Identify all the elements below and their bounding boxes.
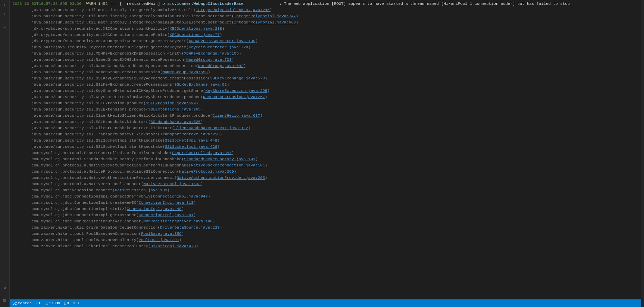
stack-line-28: com.mysql.cj.protocol.a.NativeAuthentica… xyxy=(10,175,641,181)
stack-line-12: java.base/sun.security.ssl.SSLKeyExchang… xyxy=(10,75,641,81)
stack-link-21[interactable]: TransportContext.java:258 xyxy=(160,132,220,136)
main-content: 2023-10-02T16:57:38.895-03:00 WARN 1452 … xyxy=(10,0,641,307)
stack-line-1: java.base/sun.security.util.math.intpoly… xyxy=(10,7,641,13)
items-number: 0 xyxy=(77,301,79,305)
git-branch-label: master xyxy=(18,301,32,305)
stack-link-16[interactable]: SSLExtension.java:599 xyxy=(146,101,196,105)
stack-link-17[interactable]: SSLExtensions.java:265 xyxy=(148,107,201,112)
stack-line-22: java.base/sun.security.ssl.SSLSocketImpl… xyxy=(10,137,641,144)
log-sep: --- xyxy=(110,1,117,6)
stack-line-16: java.base/sun.security.ssl.SSLExtension.… xyxy=(10,100,641,106)
stack-link-23[interactable]: SSLSocketImpl.java:426 xyxy=(165,144,217,149)
stack-link-12[interactable]: SSLKeyExchange.java:573 xyxy=(210,76,265,80)
log-class: o.a.c.loader.WebappClassLoaderBase xyxy=(163,1,244,6)
stack-line-32: com.mysql.cj.jdbc.ConnectionImpl.createN… xyxy=(10,200,641,206)
stack-link-9[interactable]: NamedGroup.java:733 xyxy=(186,57,232,62)
settings-icon[interactable]: ⚙ xyxy=(1,284,8,291)
stack-line-33: com.mysql.cj.jdbc.ConnectionImpl.<init>(… xyxy=(10,206,641,212)
git-branch[interactable]: ⎇ master xyxy=(12,301,32,306)
stack-line-15: java.base/sun.security.ssl.KeyShareExten… xyxy=(10,94,641,100)
stack-link-29[interactable]: NativeProtocol.java:1433 xyxy=(144,182,201,186)
warning-icon: ⚠ xyxy=(46,301,48,306)
stack-link-4[interactable]: XECOperations.java:238 xyxy=(169,26,222,31)
stack-line-27: com.mysql.cj.protocol.a.NativeProtocol.n… xyxy=(10,169,641,175)
stack-line-39: com.zaxxer.hikari.pool.HikariPool.create… xyxy=(10,243,641,249)
stack-link-19[interactable]: SSLHandshake.java:526 xyxy=(150,119,201,124)
stack-link-18[interactable]: ClientHello.java:637 xyxy=(213,113,260,118)
warning-number: 17389 xyxy=(49,301,60,305)
warning-count[interactable]: ⚠ 17389 xyxy=(46,301,60,306)
stack-link-24[interactable]: ExportControlled.java:347 xyxy=(172,151,232,155)
spacer4 xyxy=(1,306,8,307)
items-icon: ≡ xyxy=(73,301,76,305)
stack-line-34: com.mysql.cj.jdbc.ConnectionImpl.getInst… xyxy=(10,212,641,218)
items-count[interactable]: ≡ 0 xyxy=(73,301,79,305)
stack-line-38: com.zaxxer.hikari.pool.PoolBase.newPoolE… xyxy=(10,237,641,243)
stack-link-13[interactable]: SSLKeyExchange.java:92 xyxy=(174,82,227,87)
log-level: WARN xyxy=(86,1,96,6)
cursor-icon[interactable]: ⊹ xyxy=(1,24,8,31)
stack-link-14[interactable]: KeyShareExtension.java:295 xyxy=(205,88,267,93)
log-area[interactable]: 2023-10-02T16:57:38.895-03:00 WARN 1452 … xyxy=(10,0,641,299)
stack-line-26: com.mysql.cj.protocol.a.NativeSocketConn… xyxy=(10,162,641,169)
stack-link-36[interactable]: DriverDataSource.java:138 xyxy=(160,225,220,230)
stack-link-28[interactable]: NativeAuthenticationProvider.java:205 xyxy=(177,175,265,180)
stack-link-8[interactable]: XDHKeyExchange.java:105 xyxy=(184,51,239,56)
right-sidebar xyxy=(641,0,644,307)
stack-link-33[interactable]: ConnectionImpl.java:448 xyxy=(127,207,182,211)
timestamp: 2023-10-02T16:57:38.895-03:00 xyxy=(12,1,81,6)
stack-line-3: java.base/sun.security.util.math.intpoly… xyxy=(10,19,641,26)
stack-link-2[interactable]: IntegerPolynomial.java:747 xyxy=(234,14,296,18)
stack-link-20[interactable]: ClientHandshakeContext.java:112 xyxy=(174,126,248,130)
stack-line-20: java.base/sun.security.ssl.ClientHandsha… xyxy=(10,125,641,131)
stack-line-25: com.mysql.cj.protocol.StandardSocketFact… xyxy=(10,156,641,162)
stack-line-8: java.base/sun.security.ssl.XDHKeyExchang… xyxy=(10,50,641,57)
spacer3 xyxy=(1,293,8,295)
stack-link-22[interactable]: SSLSocketImpl.java:448 xyxy=(165,138,217,143)
stack-link-35[interactable]: NonRegisteringDriver.java:198 xyxy=(144,219,213,223)
stack-link-37[interactable]: PoolBase.java:359 xyxy=(141,231,182,236)
stack-link-30[interactable]: NativeSession.java:133 xyxy=(115,188,167,192)
stack-line-37: com.zaxxer.hikari.pool.PoolBase.newConne… xyxy=(10,231,641,237)
stack-line-4: jdk.crypto.ec/sun.security.ec.XECOperati… xyxy=(10,26,641,32)
stack-line-2: java.base/sun.security.util.math.intpoly… xyxy=(10,13,641,19)
stack-line-6: jdk.crypto.ec/sun.security.ec.XDHKeyPair… xyxy=(10,38,641,44)
stack-link-7[interactable]: KeyPairGenerator.java:728 xyxy=(189,45,248,49)
stack-link-3[interactable]: IntegerPolynomial.java:668 xyxy=(234,20,296,25)
stack-line-29: com.mysql.cj.protocol.a.NativeProtocol.c… xyxy=(10,181,641,187)
stack-line-13: java.base/sun.security.ssl.SSLKeyExchang… xyxy=(10,81,641,88)
stack-link-25[interactable]: StandardSocketFactory.java:191 xyxy=(184,157,255,161)
stack-link-10[interactable]: NamedGroup.java:642 xyxy=(198,64,243,68)
stack-line-5: jdk.crypto.ec/sun.security.ec.XECOperati… xyxy=(10,32,641,38)
stack-line-17: java.base/sun.security.ssl.SSLExtensions… xyxy=(10,106,641,113)
info-count[interactable]: ℹ 0 xyxy=(64,301,69,306)
down-arrow-icon[interactable]: ↓ xyxy=(1,10,8,17)
git-branch-icon: ⎇ xyxy=(12,301,17,306)
info-icon: ℹ xyxy=(64,301,66,306)
up-arrow-icon[interactable]: ↑ xyxy=(1,1,8,8)
stack-link-5[interactable]: XECOperations.java:77 xyxy=(169,32,219,37)
stack-line-23: java.base/sun.security.ssl.SSLSocketImpl… xyxy=(10,144,641,150)
stack-line-30: com.mysql.cj.NativeSession.connect(Nativ… xyxy=(10,187,641,193)
stack-link-32[interactable]: ConnectionImpl.java:818 xyxy=(139,200,194,205)
stack-link-26[interactable]: NativeSocketConnection.java:101 xyxy=(191,163,265,167)
stack-line-31: com.mysql.cj.jdbc.ConnectionImpl.connect… xyxy=(10,193,641,200)
stack-link-6[interactable]: XDHKeyPairGenerator.java:109 xyxy=(189,39,255,43)
stack-link-11[interactable]: NamedGroup.java:550 xyxy=(163,70,208,74)
stack-link-34[interactable]: ConnectionImpl.java:241 xyxy=(139,213,194,217)
stack-line-21: java.base/sun.security.ssl.TransportCont… xyxy=(10,131,641,137)
stack-link-27[interactable]: NativeProtocol.java:369 xyxy=(179,169,234,174)
spacer2 xyxy=(1,33,8,282)
stack-line-19: java.base/sun.security.ssl.SSLHandshake.… xyxy=(10,119,641,125)
stack-link-15[interactable]: KeyShareExtension.java:257 xyxy=(203,95,265,99)
stack-link-1[interactable]: IntegerPolynomial25519.java:245 xyxy=(196,8,270,12)
stack-line-7: java.base/java.security.KeyPairGenerator… xyxy=(10,44,641,50)
stack-link-38[interactable]: PoolBase.java:201 xyxy=(139,238,179,242)
log-message: The web application [ROOT] appears to ha… xyxy=(282,1,572,6)
stack-link-39[interactable]: HikariPool.java:470 xyxy=(150,244,196,248)
error-count[interactable]: ✕ 0 xyxy=(36,301,41,306)
stack-line-11: java.base/sun.security.ssl.NamedGroup.cr… xyxy=(10,69,641,75)
stack-link-31[interactable]: ConnectionImpl.java:948 xyxy=(153,194,208,199)
trash-icon[interactable]: 🗑 xyxy=(1,297,8,304)
sidebar: ↑ ↓ ⊹ ⚙ 🗑 xyxy=(0,0,10,307)
